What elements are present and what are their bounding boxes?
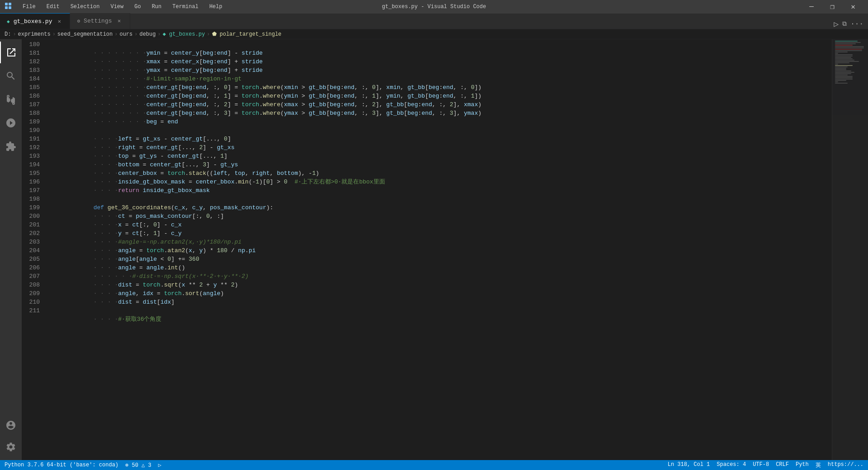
title-bar-menu: File Edit Selection View Go Run Terminal… — [5, 2, 226, 11]
tab-close-settings[interactable]: ✕ — [116, 18, 123, 25]
breadcrumb-seed[interactable]: seed_segmentation — [57, 31, 113, 38]
line-number: 190 — [22, 126, 40, 135]
activity-source-control[interactable] — [0, 89, 22, 110]
activity-explorer[interactable] — [0, 42, 22, 63]
status-position[interactable]: Ln 318, Col 1 — [668, 461, 710, 469]
status-eol[interactable]: CRLF — [776, 461, 789, 469]
code-line-198: def get_36_coordinates(c_x, c_y, pos_mas… — [51, 195, 832, 203]
line-number: 183 — [22, 66, 40, 75]
svg-rect-0 — [5, 3, 8, 5]
line-numbers: 180 181 182 183 184 185 186 187 188 189 … — [22, 39, 44, 460]
line-number: 180 — [22, 40, 40, 49]
status-run[interactable]: ▷ — [158, 462, 161, 469]
line-number: 200 — [22, 212, 40, 221]
activity-settings[interactable] — [0, 436, 22, 458]
menu-edit[interactable]: Edit — [43, 3, 63, 11]
line-number: 196 — [22, 178, 40, 186]
split-editor-button[interactable]: ⧉ — [842, 20, 847, 28]
line-number: 199 — [22, 203, 40, 212]
svg-rect-3 — [9, 6, 11, 9]
menu-view[interactable]: View — [107, 3, 127, 11]
line-number: 202 — [22, 229, 40, 238]
menu-terminal[interactable]: Terminal — [169, 3, 202, 11]
window-controls: — ❐ ✕ — [801, 0, 863, 14]
breadcrumb: D: › expriments › seed_segmentation › ou… — [0, 29, 868, 39]
breadcrumb-expriments[interactable]: expriments — [18, 31, 51, 38]
svg-rect-1 — [9, 3, 11, 5]
code-editor[interactable]: 180 181 182 183 184 185 186 187 188 189 … — [22, 39, 832, 460]
line-number: 184 — [22, 75, 40, 83]
tab-gt-boxes[interactable]: ◆ gt_boxes.py ✕ — [0, 13, 70, 29]
tab-bar: ◆ gt_boxes.py ✕ ⚙ Settings ✕ ▷ ⧉ ··· — [0, 14, 868, 29]
maximize-button[interactable]: ❐ — [822, 0, 843, 14]
activity-run[interactable] — [0, 112, 22, 134]
minimap[interactable] — [832, 39, 868, 460]
breadcrumb-ours[interactable]: ours — [119, 31, 132, 38]
more-actions-button[interactable]: ··· — [850, 20, 863, 28]
breadcrumb-file[interactable]: ◆ gt_boxes.py — [163, 31, 205, 38]
line-number: 207 — [22, 272, 40, 281]
activity-search[interactable] — [0, 65, 22, 87]
status-bar-right: Ln 318, Col 1 Spaces: 4 UTF-8 CRLF Pyth … — [668, 461, 863, 469]
line-number: 210 — [22, 298, 40, 306]
menu-help[interactable]: Help — [206, 3, 226, 11]
status-python[interactable]: Python 3.7.6 64-bit ('base': conda) — [5, 462, 118, 468]
menu-run[interactable]: Run — [148, 3, 165, 11]
line-number: 192 — [22, 143, 40, 152]
main-area: 180 181 182 183 184 185 186 187 188 189 … — [0, 39, 868, 460]
menu-selection[interactable]: Selection — [67, 3, 104, 11]
line-number: 198 — [22, 195, 40, 203]
code-line-190: · · · ·left = gt_xs - center_gt[..., 0] — [51, 126, 832, 135]
menu-go[interactable]: Go — [131, 3, 144, 11]
breadcrumb-debug[interactable]: debug — [139, 31, 156, 38]
line-number: 193 — [22, 152, 40, 160]
tab-settings[interactable]: ⚙ Settings ✕ — [70, 13, 130, 29]
breadcrumb-function[interactable]: ⬟ polar_target_single — [212, 31, 282, 38]
line-number: 204 — [22, 246, 40, 255]
close-button[interactable]: ✕ — [843, 0, 863, 14]
breadcrumb-drive[interactable]: D: — [5, 31, 11, 38]
status-url[interactable]: https://... — [828, 461, 863, 469]
status-right-info[interactable]: 英 — [816, 461, 821, 469]
tab-label-settings: Settings — [84, 18, 112, 24]
status-bar: Python 3.7.6 64-bit ('base': conda) ⊗ 50… — [0, 460, 868, 470]
activity-bar-bottom — [0, 414, 22, 460]
code-line-180: · · · · · · · ·ymin = center_y[beg:end] … — [51, 40, 832, 49]
menu-file[interactable]: File — [19, 3, 39, 11]
svg-rect-2 — [5, 6, 8, 9]
line-number: 181 — [22, 49, 40, 57]
line-number: 194 — [22, 160, 40, 169]
line-number: 189 — [22, 118, 40, 126]
run-button[interactable]: ▷ — [834, 19, 839, 29]
tab-close-gt-boxes[interactable]: ✕ — [56, 18, 63, 25]
line-number: 208 — [22, 281, 40, 289]
line-number: 197 — [22, 186, 40, 195]
line-number: 188 — [22, 109, 40, 118]
tab-label-gt-boxes: gt_boxes.py — [14, 18, 52, 25]
line-number: 205 — [22, 255, 40, 263]
status-encoding[interactable]: UTF-8 — [753, 461, 769, 469]
activity-extensions[interactable] — [0, 136, 22, 157]
line-number: 201 — [22, 221, 40, 229]
code-container: 180 181 182 183 184 185 186 187 188 189 … — [22, 39, 832, 460]
line-number: 203 — [22, 238, 40, 246]
activity-bar — [0, 39, 22, 460]
line-number: 195 — [22, 169, 40, 178]
window-title: gt_boxes.py - Visual Studio Code — [382, 4, 486, 10]
line-number: 191 — [22, 135, 40, 143]
minimize-button[interactable]: — — [801, 0, 822, 14]
line-number: 206 — [22, 263, 40, 272]
line-number: 186 — [22, 92, 40, 100]
status-errors[interactable]: ⊗ 50 △ 3 — [125, 462, 151, 469]
code-line-211: · · · ·#·获取36个角度 — [51, 306, 832, 315]
activity-account[interactable] — [0, 414, 22, 436]
title-bar: File Edit Selection View Go Run Terminal… — [0, 0, 868, 14]
status-language[interactable]: Pyth — [796, 461, 809, 469]
minimap-content — [832, 39, 868, 460]
status-spaces[interactable]: Spaces: 4 — [717, 461, 746, 469]
editor-area: 180 181 182 183 184 185 186 187 188 189 … — [22, 39, 868, 460]
python-file-icon: ◆ — [7, 19, 10, 24]
settings-file-icon: ⚙ — [77, 18, 80, 24]
code-lines[interactable]: · · · · · · · ·ymin = center_y[beg:end] … — [44, 39, 832, 460]
line-number: 187 — [22, 100, 40, 109]
